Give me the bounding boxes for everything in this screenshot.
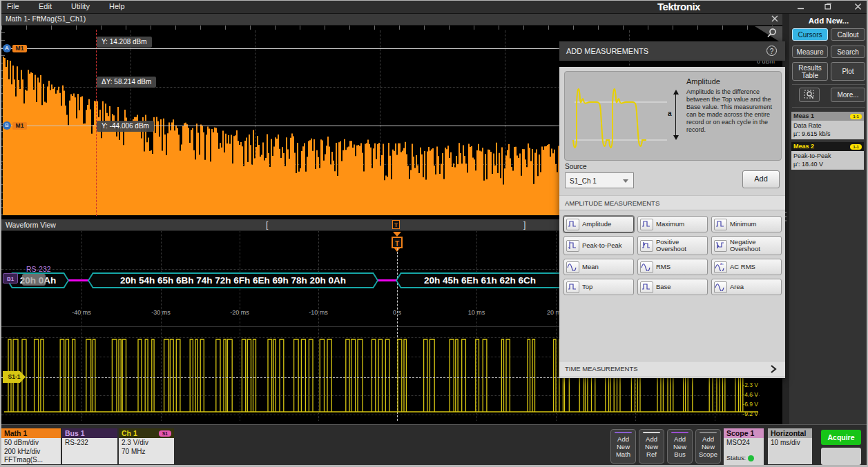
math1-badge[interactable]: Math 1 50 dBm/div200 kHz/divFFTmag(S... (1, 428, 61, 464)
math-view-titlebar: Math 1- FftMag(S1_Ch1) (1, 13, 782, 26)
source-label: Source (565, 163, 587, 170)
meas2-source-pill: 1-1 (850, 144, 862, 150)
amplitude-icon (566, 219, 579, 230)
svg-text:AC: AC (720, 263, 724, 266)
time-measurements-section[interactable]: TIME MEASUREMENTS (559, 361, 785, 376)
menu-file[interactable]: File (3, 0, 23, 13)
measure-button-area[interactable]: Area (711, 279, 782, 295)
sidebar-button-measure[interactable]: Measure (792, 46, 828, 58)
mini-trigger-marker[interactable]: T (392, 220, 400, 229)
maximum-icon (640, 219, 653, 230)
add-new-math-button[interactable]: Add New Math (610, 429, 636, 464)
menu-utility[interactable]: Utility (67, 0, 94, 13)
amplitude-measurements-section[interactable]: AMPLITUDE MEASUREMENTS (559, 195, 785, 210)
sidebar-button-callout[interactable]: Callout (831, 28, 865, 41)
top-icon (566, 281, 579, 293)
measure-button-negative-overshoot[interactable]: Negative Overshoot (711, 236, 782, 255)
acq-window-left-bracket[interactable]: [ (266, 219, 268, 230)
bus-idle-connector (68, 279, 89, 281)
minimum-icon (714, 219, 727, 230)
sidebar-button-more[interactable]: More... (831, 88, 865, 102)
secondary-acquire-button[interactable] (821, 448, 861, 465)
add-button[interactable]: Add (742, 170, 780, 188)
ch1-s1-pill: S1 (159, 430, 171, 437)
volt-label: -2.3 V (731, 381, 758, 388)
mean-icon (566, 261, 579, 273)
menu-help[interactable]: Help (105, 0, 129, 13)
acq-window-right-bracket[interactable]: ] (523, 219, 525, 230)
rms-icon (640, 261, 653, 273)
meas2-badge[interactable]: Meas 2 1-1 Peak-to-Peakµ': 18.40 V (791, 142, 864, 170)
measure-button-positive-overshoot[interactable]: Positive Overshoot (637, 236, 708, 255)
close-icon[interactable] (849, 1, 867, 12)
status-indicator (748, 455, 754, 461)
bus1-badge[interactable]: Bus 1 RS-232 (62, 428, 117, 464)
measure-button-amplitude[interactable]: Amplitude (563, 216, 634, 232)
window-titlebar: File Edit Utility Help Tektronix (0, 0, 868, 14)
source-dropdown[interactable]: S1_Ch 1 (565, 172, 634, 188)
amplitude-preview-waveform (569, 74, 673, 156)
meas1-source-pill: 1-1 (850, 114, 862, 119)
cursor-b-readout: Y: -44.006 dBm (97, 121, 154, 132)
magnifier-icon[interactable] (766, 28, 778, 41)
chevron-down-icon (623, 179, 628, 183)
bus-idle-connector (377, 279, 397, 281)
math-view-close-icon[interactable] (771, 14, 779, 26)
acquire-button[interactable]: Acquire (821, 430, 861, 445)
add-new-title: Add New... (789, 17, 868, 25)
waveform-view-title: Waveform View (1, 221, 56, 229)
measure-button-ac-rms[interactable]: AC AC RMS (711, 259, 782, 275)
bus-badge[interactable]: B1 (3, 273, 18, 284)
measure-button-rms[interactable]: RMS (637, 259, 708, 275)
add-measurements-dialog-header[interactable]: ADD MEASUREMENTS ? (559, 41, 785, 61)
meas1-badge[interactable]: Meas 1 1-1 Data Rateµ': 9.615 kb/s (791, 112, 864, 139)
sidebar-button-zoom-select[interactable] (799, 88, 820, 102)
horizontal-badge[interactable]: Horizontal 10 ms/div (768, 428, 812, 463)
amplitude-arrow (675, 94, 676, 135)
add-new-scope-button[interactable]: Add New Scope (695, 429, 721, 464)
measurement-preview-panel: a Amplitude Amplitude is the difference … (564, 71, 782, 161)
volt-label: -4.6 V (731, 391, 758, 398)
ch1-badge[interactable]: Ch 1 S1 2.3 V/div70 MHz (119, 428, 174, 464)
preview-title: Amplitude (686, 77, 720, 86)
bottom-settings-bar: Math 1 50 dBm/div200 kHz/divFFTmag(S... … (0, 424, 868, 467)
measure-button-mean[interactable]: Mean (563, 259, 634, 275)
zoom-select-icon (804, 90, 816, 100)
cursor-b-source-badge[interactable]: M1 (12, 122, 27, 130)
dialog-title: ADD MEASUREMENTS (559, 47, 648, 55)
menu-edit[interactable]: Edit (35, 0, 56, 13)
add-new-ref-button[interactable]: Add New Ref (639, 429, 664, 464)
arrow-label: a (668, 110, 672, 117)
ac-rms-icon: AC (714, 261, 727, 273)
trigger-flag[interactable]: T (392, 237, 403, 248)
measure-button-base[interactable]: Base (637, 279, 708, 295)
cursor-delta-readout: ΔY: 58.214 dBm (97, 77, 156, 88)
minimize-icon[interactable] (791, 1, 809, 12)
bus-segment: 20h 54h 65h 6Bh 74h 72h 6Fh 6Eh 69h 78h … (88, 272, 378, 288)
measure-button-top[interactable]: Top (563, 279, 634, 295)
cursor-a-badge[interactable]: A (3, 44, 11, 52)
help-icon[interactable]: ? (766, 46, 777, 56)
add-new-bus-button[interactable]: Add New Bus (667, 429, 693, 464)
measure-button-peak-to-peak[interactable]: Peak-to-Peak (563, 236, 634, 255)
sidebar-button-results-table[interactable]: Results Table (792, 62, 828, 81)
base-icon (640, 281, 653, 293)
restore-icon[interactable] (819, 1, 837, 12)
tekscope-window: File Edit Utility Help Tektronix Math 1-… (0, 0, 868, 467)
cursor-a-source-badge[interactable]: M1 (12, 45, 27, 52)
negative-overshoot-icon (714, 240, 727, 252)
scope1-badge[interactable]: Scope 1 MSO24 Status: (724, 428, 764, 466)
measure-button-minimum[interactable]: Minimum (711, 216, 782, 232)
volt-label: -9.2 V (731, 410, 758, 417)
peak-to-peak-icon (566, 240, 579, 252)
sidebar-button-search[interactable]: Search (831, 46, 865, 58)
add-measurements-dialog: a Amplitude Amplitude is the difference … (559, 67, 785, 378)
sidebar-button-cursors[interactable]: Cursors (792, 28, 828, 41)
chevron-right-icon (769, 364, 778, 374)
preview-description: Amplitude is the difference between the … (686, 88, 778, 134)
math-view-title: Math 1- FftMag(S1_Ch1) (1, 14, 86, 23)
cursor-b-badge[interactable]: B (3, 121, 11, 130)
sidebar-button-plot[interactable]: Plot (831, 62, 865, 81)
measure-button-maximum[interactable]: Maximum (637, 216, 708, 232)
bus-hover-overlay (22, 274, 46, 286)
